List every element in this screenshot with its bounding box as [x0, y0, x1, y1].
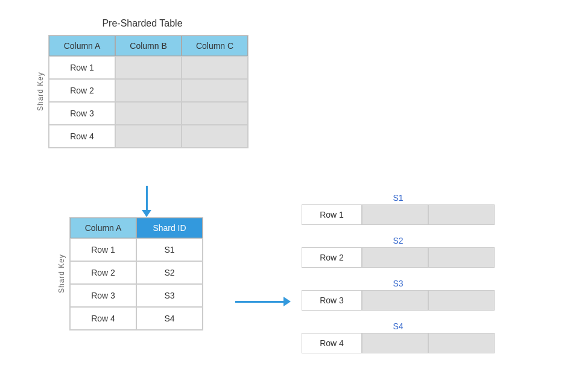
shard-s4-label: S4 — [302, 321, 495, 331]
sharded-row2-id: S2 — [136, 261, 203, 284]
pre-row3-c — [182, 102, 248, 125]
pre-row3-a: Row 3 — [49, 102, 115, 125]
shard-group-s1: S1 Row 1 — [302, 193, 495, 225]
right-arrow — [235, 297, 291, 306]
shards-section: S1 Row 1 S2 Row 2 S3 Row 3 — [302, 193, 495, 356]
pre-sharded-header-c: Column C — [182, 36, 248, 56]
shard-group-s2: S2 Row 2 — [302, 236, 495, 268]
pre-row1-b — [115, 56, 182, 79]
shard-s2-col2 — [362, 247, 428, 268]
shard-s4-col2 — [362, 333, 428, 353]
down-arrow — [142, 186, 151, 217]
shard-s3-row: Row 3 — [302, 290, 495, 311]
sharded-row1-id: S1 — [136, 238, 203, 261]
pre-sharded-section: Pre-Sharded Table Shard Key Column A Col… — [36, 18, 249, 148]
table-row: Row 4 S4 — [70, 307, 203, 330]
pre-sharded-header-a: Column A — [49, 36, 115, 56]
pre-row4-c — [182, 125, 248, 148]
shard-s2-col3 — [428, 247, 495, 268]
sharded-row3-a: Row 3 — [70, 284, 136, 307]
sharded-row4-id: S4 — [136, 307, 203, 330]
shard-s4-row: Row 4 — [302, 333, 495, 353]
pre-row2-b — [115, 79, 182, 102]
pre-row2-c — [182, 79, 248, 102]
sharded-shard-key-label: Shard Key — [57, 254, 66, 293]
shard-s2-rowlabel: Row 2 — [302, 247, 362, 268]
sharded-header-row: Column A Shard ID — [70, 218, 203, 238]
shard-s3-col3 — [428, 290, 495, 311]
pre-sharded-header-row: Column A Column B Column C — [49, 36, 248, 56]
sharded-row1-a: Row 1 — [70, 238, 136, 261]
pre-row4-a: Row 4 — [49, 125, 115, 148]
shard-s1-label: S1 — [302, 193, 495, 203]
table-row: Row 3 — [49, 102, 248, 125]
shard-s3-col2 — [362, 290, 428, 311]
shard-s3-rowlabel: Row 3 — [302, 290, 362, 311]
table-row: Row 3 S3 — [70, 284, 203, 307]
pre-sharded-table: Column A Column B Column C Row 1 Row 2 R… — [48, 35, 249, 148]
shard-s2-label: S2 — [302, 236, 495, 245]
sharded-table: Column A Shard ID Row 1 S1 Row 2 S2 Row … — [69, 217, 203, 330]
sharded-table-wrapper: Shard Key Column A Shard ID Row 1 S1 Row… — [57, 217, 203, 330]
table-row: Row 1 — [49, 56, 248, 79]
pre-row1-a: Row 1 — [49, 56, 115, 79]
shard-s1-col3 — [428, 204, 495, 225]
pre-row2-a: Row 2 — [49, 79, 115, 102]
sharded-header-id: Shard ID — [136, 218, 203, 238]
shard-group-s4: S4 Row 4 — [302, 321, 495, 353]
down-arrow-line — [146, 186, 148, 210]
pre-sharded-shard-key-label: Shard Key — [36, 72, 45, 111]
sharded-header-a: Column A — [70, 218, 136, 238]
sharded-row4-a: Row 4 — [70, 307, 136, 330]
table-row: Row 2 S2 — [70, 261, 203, 284]
table-row: Row 2 — [49, 79, 248, 102]
right-arrow-line — [235, 301, 283, 303]
shard-s1-row: Row 1 — [302, 204, 495, 225]
down-arrow-head — [142, 210, 151, 217]
pre-row1-c — [182, 56, 248, 79]
pre-row3-b — [115, 102, 182, 125]
pre-sharded-header-b: Column B — [115, 36, 182, 56]
shard-s1-col2 — [362, 204, 428, 225]
shard-s2-row: Row 2 — [302, 247, 495, 268]
table-row: Row 1 S1 — [70, 238, 203, 261]
sharded-row2-a: Row 2 — [70, 261, 136, 284]
right-arrow-head — [283, 297, 291, 306]
table-row: Row 4 — [49, 125, 248, 148]
pre-sharded-title: Pre-Sharded Table — [36, 18, 249, 29]
diagram-container: Pre-Sharded Table Shard Key Column A Col… — [0, 0, 573, 392]
pre-sharded-table-wrapper: Shard Key Column A Column B Column C Row… — [36, 35, 249, 148]
shard-s1-rowlabel: Row 1 — [302, 204, 362, 225]
sharded-row3-id: S3 — [136, 284, 203, 307]
shard-s4-col3 — [428, 333, 495, 353]
shard-s3-label: S3 — [302, 279, 495, 288]
pre-row4-b — [115, 125, 182, 148]
shard-s4-rowlabel: Row 4 — [302, 333, 362, 353]
shard-group-s3: S3 Row 3 — [302, 279, 495, 311]
sharded-section: Shard Key Column A Shard ID Row 1 S1 Row… — [57, 217, 203, 330]
